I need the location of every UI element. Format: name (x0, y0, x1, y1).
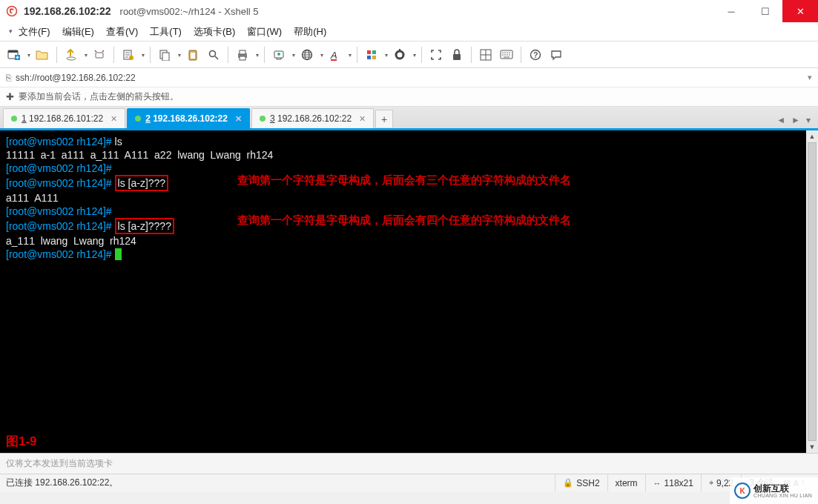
menu-tabs[interactable]: 选项卡(B) (188, 24, 241, 40)
titlebar: 192.168.26.102:22 root@vms002:~/rh124 - … (0, 0, 818, 22)
menu-window[interactable]: 窗口(W) (241, 24, 288, 40)
session-tab-2[interactable]: 2 192.168.26.102:22 ✕ (127, 108, 250, 128)
toolbar-separator (421, 47, 422, 63)
svg-rect-9 (162, 53, 169, 61)
maximize-button[interactable]: ☐ (748, 0, 782, 22)
svg-rect-15 (240, 56, 245, 60)
copy-button[interactable] (155, 45, 174, 64)
paste-button[interactable] (183, 45, 202, 64)
svg-rect-14 (240, 50, 245, 54)
compose-bar[interactable]: 仅将文本发送到当前选项卡 (0, 453, 818, 474)
prompt-dir: rh124 (76, 136, 103, 147)
close-button[interactable]: ✕ (782, 0, 818, 22)
prompt-user: root (9, 136, 27, 147)
annotation-2: 查询第一个字符是字母构成，后面会有四个任意的字符构成的文件名 (237, 213, 571, 227)
svg-rect-21 (367, 50, 371, 54)
new-session-button[interactable] (4, 45, 24, 64)
properties-button[interactable] (119, 45, 138, 64)
status-term: xterm (607, 474, 645, 491)
tab-list-icon[interactable]: ▾ (806, 115, 811, 125)
cursor (115, 248, 122, 260)
toolbar-separator (357, 47, 357, 63)
watermark: K 创新互联 CHUANG XIN HU LIAN (730, 477, 818, 504)
fullscreen-button[interactable] (426, 45, 446, 64)
color-scheme-button[interactable] (362, 45, 381, 64)
annotation-1: 查询第一个字符是字母构成，后面会有三个任意的字符构成的文件名 (237, 173, 571, 187)
keyboard-button[interactable] (497, 45, 516, 64)
watermark-logo-icon: K (734, 483, 751, 499)
tile-button[interactable] (476, 45, 495, 64)
terminal-output: a111 A111 (6, 191, 800, 205)
menu-edit[interactable]: 编辑(E) (56, 24, 100, 40)
window-controls: ─ ☐ ✕ (714, 0, 818, 22)
svg-rect-5 (96, 53, 103, 58)
app-icon (6, 5, 18, 17)
menu-file[interactable]: 文件(F) (13, 24, 56, 40)
scroll-down-icon[interactable]: ▼ (806, 441, 818, 453)
find-button[interactable] (204, 45, 223, 64)
scroll-thumb[interactable] (808, 142, 817, 441)
figure-label: 图1-9 (6, 435, 37, 448)
svg-point-17 (277, 53, 280, 56)
chat-button[interactable] (547, 45, 566, 64)
tab-scroll-left-icon[interactable]: ◄ (776, 115, 785, 125)
reconnect-button[interactable] (62, 45, 81, 64)
open-button[interactable] (33, 45, 52, 64)
menubar-dropdown-icon[interactable]: ▾ (9, 27, 13, 35)
print-button[interactable] (233, 45, 252, 64)
new-tab-button[interactable]: + (375, 110, 393, 127)
status-dot-icon (11, 116, 17, 122)
tip-bar: ✚ 要添加当前会话，点击左侧的箭头按钮。 (0, 87, 818, 107)
tab-num: 3 (270, 113, 275, 124)
font-button[interactable]: A (326, 45, 345, 64)
scroll-up-icon[interactable]: ▲ (806, 130, 818, 142)
title-ip: 192.168.26.102:22 (24, 5, 111, 17)
address-bar: ⎘ ssh://root@192.168.26.102:22 ▾ (0, 68, 818, 87)
lock-button[interactable] (447, 45, 466, 64)
menu-tools[interactable]: 工具(T) (144, 24, 188, 40)
terminal[interactable]: [root@vms002 rh124]# ls 11111 a-1 a111 a… (0, 130, 806, 453)
address-dropdown-icon[interactable]: ▾ (808, 73, 812, 82)
script-button[interactable] (390, 45, 409, 64)
svg-point-0 (7, 7, 17, 16)
terminal-scrollbar[interactable]: ▲ ▼ (806, 130, 818, 453)
tip-text: 要添加当前会话，点击左侧的箭头按钮。 (19, 90, 179, 103)
tab-label: 192.168.26.101:22 (29, 113, 103, 124)
status-dot-icon (260, 116, 265, 122)
toolbar-separator (471, 47, 472, 63)
tab-close-icon[interactable]: ✕ (235, 114, 242, 124)
svg-rect-27 (399, 49, 400, 51)
scroll-track[interactable] (806, 142, 818, 441)
watermark-text: 创新互联 CHUANG XIN HU LIAN (753, 484, 812, 498)
tab-close-icon[interactable]: ✕ (111, 114, 117, 124)
terminal-output: a_111 lwang Lwang rh124 (6, 234, 800, 248)
session-url[interactable]: ssh://root@192.168.26.102:22 (16, 73, 136, 83)
session-tab-3[interactable]: 3 192.168.26.102:22 ✕ (251, 108, 374, 128)
svg-rect-24 (372, 56, 376, 59)
tab-scroll-controls: ◄ ► ▾ (776, 115, 815, 125)
svg-text:A: A (330, 50, 337, 61)
disconnect-button[interactable] (90, 45, 109, 64)
status-size: ↔118x21 (645, 474, 701, 491)
menu-help[interactable]: 帮助(H) (288, 24, 332, 40)
session-tab-1[interactable]: 1 192.168.26.101:22 ✕ (3, 108, 125, 128)
minimize-button[interactable]: ─ (714, 0, 748, 22)
svg-rect-23 (367, 56, 371, 59)
tab-num: 2 (145, 113, 151, 124)
menu-view[interactable]: 查看(V) (100, 24, 144, 40)
tab-scroll-right-icon[interactable]: ► (791, 115, 800, 125)
tab-num: 1 (22, 113, 27, 124)
toolbar-separator (264, 47, 265, 63)
bookmark-icon[interactable]: ⎘ (6, 73, 11, 83)
svg-text:?: ? (533, 51, 538, 59)
language-button[interactable] (297, 45, 317, 64)
tab-label: 192.168.26.102:22 (153, 113, 228, 124)
help-button[interactable]: ? (526, 45, 545, 64)
transfer-button[interactable] (269, 45, 288, 64)
add-session-icon[interactable]: ✚ (6, 91, 14, 102)
toolbar-separator (521, 47, 521, 63)
tab-strip: 1 192.168.26.101:22 ✕ 2 192.168.26.102:2… (0, 107, 818, 130)
resize-icon: ↔ (653, 479, 662, 488)
status-bar: 已连接 192.168.26.102:22。 🔒SSH2 xterm ↔118x… (0, 474, 818, 491)
tab-close-icon[interactable]: ✕ (359, 114, 366, 124)
